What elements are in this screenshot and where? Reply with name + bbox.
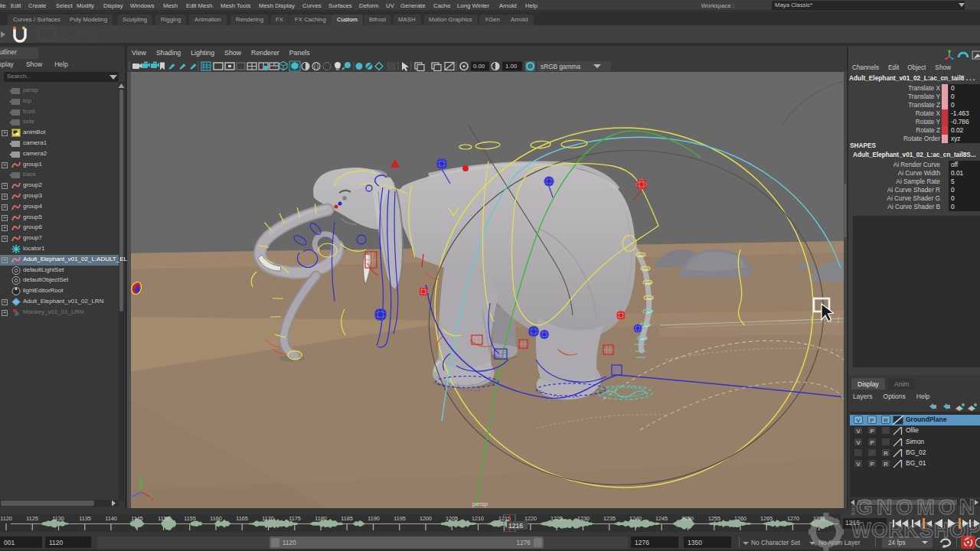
svg-text:0.00: 0.00 bbox=[473, 63, 485, 70]
svg-text:1245: 1245 bbox=[655, 515, 668, 522]
svg-text:GNOMON: GNOMON bbox=[856, 495, 977, 519]
svg-text:1190: 1190 bbox=[368, 515, 380, 522]
svg-text:1145: 1145 bbox=[131, 515, 143, 522]
svg-text:1165: 1165 bbox=[236, 515, 248, 522]
svg-text:1180: 1180 bbox=[315, 515, 327, 522]
svg-text:1125: 1125 bbox=[26, 515, 38, 522]
svg-text:1216: 1216 bbox=[508, 522, 523, 530]
svg-text:1135: 1135 bbox=[79, 515, 91, 522]
svg-text:1205: 1205 bbox=[446, 515, 458, 522]
svg-text:1250: 1250 bbox=[681, 515, 694, 522]
svg-text:WORKSHOP: WORKSHOP bbox=[851, 519, 980, 542]
svg-text:THE: THE bbox=[851, 504, 856, 517]
svg-text:1255: 1255 bbox=[708, 515, 720, 522]
svg-text:1185: 1185 bbox=[341, 515, 353, 522]
svg-text:1150: 1150 bbox=[158, 515, 170, 522]
svg-text:1.00: 1.00 bbox=[505, 63, 518, 70]
svg-text:1220: 1220 bbox=[524, 515, 537, 522]
svg-text:1210: 1210 bbox=[472, 515, 484, 522]
svg-text:1175: 1175 bbox=[289, 515, 301, 522]
svg-text:x: x bbox=[151, 497, 154, 502]
svg-text:sRGB gamma: sRGB gamma bbox=[541, 63, 580, 70]
svg-text:y: y bbox=[139, 474, 142, 480]
svg-text:1230: 1230 bbox=[577, 515, 590, 522]
svg-text:1235: 1235 bbox=[603, 515, 616, 522]
svg-text:1215: 1215 bbox=[498, 515, 511, 522]
svg-text:1225: 1225 bbox=[550, 515, 563, 522]
svg-text:1195: 1195 bbox=[394, 515, 406, 522]
svg-text:1260: 1260 bbox=[734, 515, 746, 522]
svg-text:1155: 1155 bbox=[184, 515, 196, 522]
svg-text:1160: 1160 bbox=[210, 515, 222, 522]
svg-text:1170: 1170 bbox=[262, 515, 274, 522]
svg-text:1200: 1200 bbox=[420, 515, 432, 522]
svg-text:1130: 1130 bbox=[52, 515, 64, 522]
svg-text:1120: 1120 bbox=[0, 515, 12, 522]
svg-text:1240: 1240 bbox=[629, 515, 642, 522]
svg-text:1140: 1140 bbox=[105, 515, 117, 522]
svg-text:1265: 1265 bbox=[760, 515, 773, 522]
